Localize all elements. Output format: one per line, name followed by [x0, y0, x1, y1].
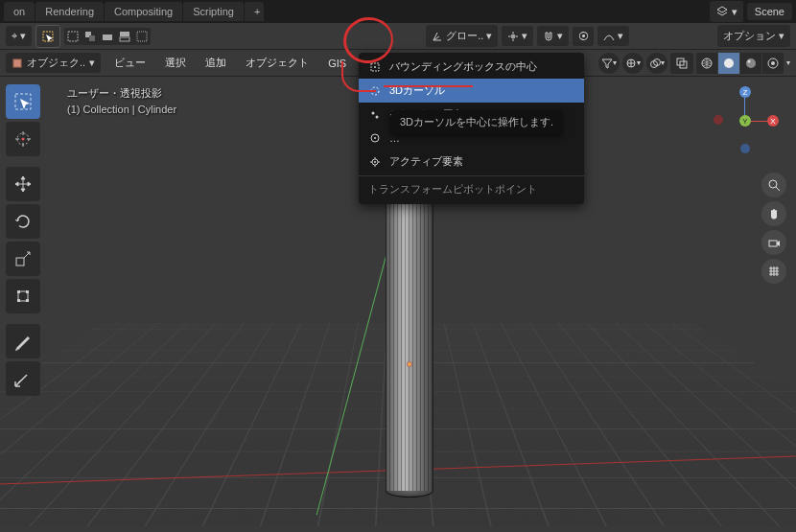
svg-rect-7 [137, 32, 147, 41]
gizmo-y-axis[interactable]: Y [739, 115, 751, 127]
navigation-gizmo[interactable]: Z Y X [710, 86, 779, 155]
svg-point-17 [724, 58, 734, 68]
menu-select[interactable]: 選択 [159, 53, 192, 73]
filter-icon [601, 58, 613, 69]
menu-gis[interactable]: GIS [322, 55, 352, 72]
scene-label: Scene [755, 6, 784, 17]
tab-layout[interactable]: on [4, 2, 35, 21]
object-mode-icon [12, 58, 23, 69]
shading-wireframe[interactable] [696, 53, 717, 74]
view-perspective-label: ユーザー・透視投影 [67, 86, 176, 101]
active-object-label: (1) Collection | Cylinder [67, 104, 176, 115]
tool-move[interactable] [6, 167, 40, 201]
scene-layer-button[interactable]: ▾ [710, 1, 743, 22]
individual-origin-icon [368, 108, 382, 122]
camera-icon [767, 236, 781, 249]
tab-rendering[interactable]: Rendering [35, 2, 104, 21]
snap-target-button[interactable]: ⦿ [573, 27, 594, 46]
visibility-filter-dropdown[interactable]: ▾ [598, 53, 620, 74]
menu-object[interactable]: オブジェクト [240, 53, 315, 73]
active-element-icon [368, 155, 382, 169]
mode-selector[interactable]: オブジェク..▾ [6, 53, 101, 73]
tool-scale[interactable] [6, 242, 40, 276]
sel-mode-2[interactable] [82, 28, 99, 45]
tool-transform[interactable] [6, 279, 40, 313]
svg-point-9 [512, 35, 514, 37]
add-tab-button[interactable]: + [245, 2, 264, 21]
pivot-icon [507, 31, 519, 42]
svg-point-24 [22, 138, 25, 141]
tool-select-box[interactable] [6, 84, 40, 119]
tool-rotate[interactable] [6, 204, 40, 239]
options-dropdown[interactable]: オプション ▾ [717, 25, 790, 47]
svg-point-42 [374, 161, 376, 163]
pivot-point-dropdown[interactable]: ▾ [502, 26, 533, 46]
pivot-menu-bounding-box[interactable]: バウンディングボックスの中心 [359, 55, 584, 79]
svg-rect-5 [120, 32, 129, 36]
svg-rect-28 [26, 290, 29, 293]
shading-rendered[interactable] [762, 53, 784, 74]
shading-solid[interactable] [718, 53, 739, 74]
svg-point-31 [769, 180, 777, 188]
median-icon [368, 131, 382, 145]
svg-rect-4 [103, 35, 112, 40]
tab-scripting[interactable]: Scripting [183, 2, 244, 21]
sel-mode-4[interactable] [116, 28, 133, 45]
options-label: オプション [723, 29, 776, 43]
xray-toggle[interactable] [670, 53, 693, 74]
svg-point-40 [374, 137, 376, 139]
tool-measure[interactable] [6, 361, 40, 396]
layers-icon [715, 5, 729, 18]
gizmo-dropdown[interactable]: ▾ [622, 53, 644, 74]
sel-mode-1[interactable] [64, 28, 82, 45]
pivot-menu-active-element[interactable]: アクティブ要素 [359, 150, 584, 173]
scene-selector[interactable]: Scene [747, 3, 792, 20]
menu-add[interactable]: 追加 [199, 53, 232, 73]
tab-compositing[interactable]: Compositing [105, 2, 182, 21]
proportional-editing-dropdown[interactable]: ▾ [597, 26, 629, 46]
axes-icon [432, 31, 443, 42]
sel-mode-5[interactable] [133, 28, 151, 45]
snap-toggle[interactable]: ▾ [537, 26, 569, 46]
svg-rect-32 [769, 241, 777, 246]
svg-rect-30 [26, 299, 29, 302]
tool-cursor[interactable] [6, 122, 40, 156]
tool-shelf [6, 84, 40, 396]
tool-annotate[interactable] [6, 324, 40, 359]
menu-view[interactable]: ビュー [108, 53, 152, 73]
cylinder-object[interactable] [386, 192, 433, 503]
cursor-target-icon: ⌖ [12, 30, 17, 42]
gizmo-neg-x[interactable] [714, 115, 723, 125]
viewport-overlay-text: ユーザー・透視投影 (1) Collection | Cylinder [67, 86, 176, 115]
perspective-toggle-button[interactable] [761, 259, 786, 284]
shading-material[interactable] [740, 53, 761, 74]
svg-rect-3 [89, 35, 95, 41]
transform-orientation-dropdown[interactable]: グロー..▾ [426, 25, 498, 47]
selection-mode-buttons [64, 28, 151, 45]
pivot-menu-3d-cursor[interactable]: 3Dカーソル [359, 79, 584, 103]
pivot-menu-label: バウンディングボックスの中心 [389, 59, 537, 74]
svg-point-36 [374, 90, 376, 92]
transform-orientation-label: グロー.. [446, 29, 483, 43]
camera-view-button[interactable] [761, 230, 786, 255]
curve-icon [603, 31, 615, 42]
overlay-dropdown[interactable]: ▾ [646, 53, 667, 74]
zoom-button[interactable] [761, 173, 786, 197]
cursor-dropdown[interactable]: ⌖▾ [6, 26, 32, 46]
gizmo-x-axis[interactable]: X [767, 115, 779, 127]
svg-point-19 [748, 59, 751, 62]
sel-mode-3[interactable] [99, 28, 116, 45]
gizmo-neg-z[interactable] [740, 144, 750, 153]
select-box-tool-button[interactable] [35, 25, 60, 48]
pan-button[interactable] [761, 201, 786, 226]
gizmo-z-axis[interactable]: Z [739, 86, 751, 98]
grid-icon [767, 265, 781, 278]
svg-point-21 [771, 61, 775, 65]
tooltip: 3Dカーソルを中心に操作します. [391, 110, 562, 134]
pivot-menu-footer: トランスフォームピボットポイント [359, 175, 584, 202]
workspace-tabs: on Rendering Compositing Scripting + ▾ S… [0, 0, 796, 23]
tool-header: ⌖▾ グロー..▾ ▾ ▾ ⦿ ▾ オプション ▾ [0, 23, 796, 50]
svg-rect-29 [17, 299, 20, 302]
select-box-icon [41, 30, 55, 43]
magnifier-icon [767, 178, 781, 192]
